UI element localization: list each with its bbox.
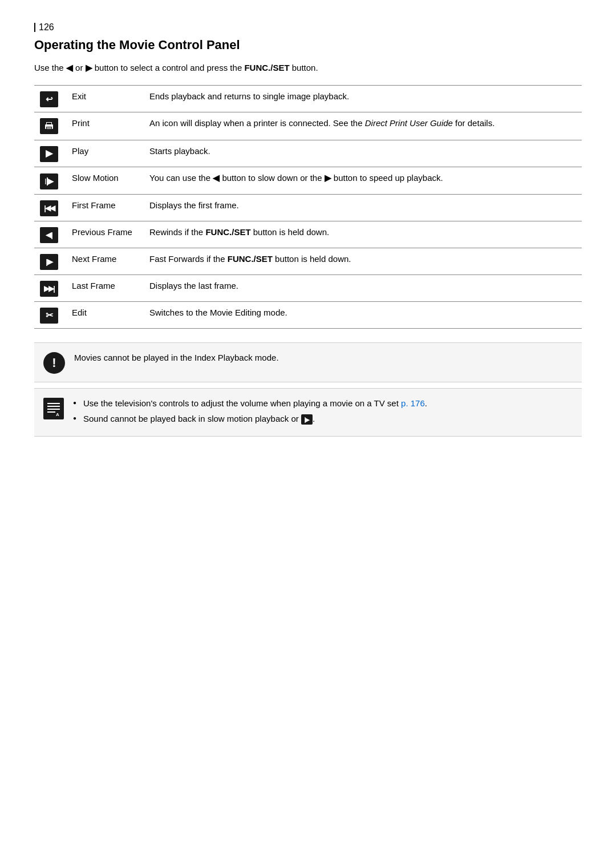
next-frame-icon: |▶ <box>40 254 58 270</box>
print-desc: An icon will display when a printer is c… <box>144 112 582 140</box>
table-row: ▶▶| Last Frame Displays the last frame. <box>34 274 582 301</box>
page-link-176[interactable]: p. 176 <box>401 398 425 408</box>
slow-bar-left: | <box>45 177 48 185</box>
edit-icon-cell: ✂ <box>34 302 64 329</box>
svg-text:A: A <box>56 412 59 417</box>
page-number: 126 <box>34 23 582 32</box>
slow-motion-inline-icon: |▶ <box>301 414 313 425</box>
table-row: |▶ Next Frame Fast Forwards if the FUNC.… <box>34 248 582 274</box>
info-note-content: Use the television's controls to adjust … <box>73 397 573 428</box>
svg-rect-2 <box>46 127 52 130</box>
edit-icon: ✂ <box>40 308 58 324</box>
last-frame-desc: Displays the last frame. <box>144 274 582 301</box>
table-row: Print An icon will display when a printe… <box>34 112 582 140</box>
func-set-next: FUNC./SET <box>228 254 273 264</box>
table-row: ▶ Play Starts playback. <box>34 140 582 167</box>
table-row: |◀◀ First Frame Displays the first frame… <box>34 194 582 221</box>
first-frame-icon-cell: |◀◀ <box>34 194 64 221</box>
previous-frame-desc: Rewinds if the FUNC./SET button is held … <box>144 221 582 248</box>
last-frame-name: Last Frame <box>64 274 144 301</box>
intro-paragraph: Use the ◀ or ▶ button to select a contro… <box>34 62 582 75</box>
print-name: Print <box>64 112 144 140</box>
first-frame-icon: |◀◀ <box>40 200 58 216</box>
exit-icon: ↩ <box>40 91 58 107</box>
info-note-box: A Use the television's controls to adjus… <box>34 388 582 437</box>
arrow-left-icon: ◀ <box>66 63 73 72</box>
table-row: ◀| Previous Frame Rewinds if the FUNC./S… <box>34 221 582 248</box>
printer-svg <box>44 121 54 131</box>
doc-svg: A <box>45 399 62 418</box>
arrow-right-icon: ▶ <box>86 63 92 72</box>
warning-note-text: Movies cannot be played in the Index Pla… <box>74 353 279 362</box>
slow-motion-name: Slow Motion <box>64 167 144 194</box>
previous-frame-icon: ◀| <box>40 227 58 243</box>
edit-desc: Switches to the Movie Editing mode. <box>144 302 582 329</box>
svg-rect-9 <box>47 409 60 410</box>
play-icon-cell: ▶ <box>34 140 64 167</box>
last-frame-icon-cell: ▶▶| <box>34 274 64 301</box>
warning-note-content: Movies cannot be played in the Index Pla… <box>74 351 573 364</box>
info-bullet-2: Sound cannot be played back in slow moti… <box>73 412 573 425</box>
direct-print-guide: Direct Print User Guide <box>365 118 453 128</box>
info-icon-wrap: A <box>43 398 64 419</box>
first-frame-desc: Displays the first frame. <box>144 194 582 221</box>
print-icon <box>40 118 58 134</box>
info-bullets: Use the television's controls to adjust … <box>73 397 573 426</box>
warning-note-box: ! Movies cannot be played in the Index P… <box>34 342 582 382</box>
slow-motion-desc: You can use the ◀ button to slow down or… <box>144 167 582 194</box>
info-doc-icon: A <box>43 398 64 419</box>
first-frame-name: First Frame <box>64 194 144 221</box>
page-title: Operating the Movie Control Panel <box>34 38 582 53</box>
next-frame-desc: Fast Forwards if the FUNC./SET button is… <box>144 248 582 274</box>
exit-desc: Ends playback and returns to single imag… <box>144 85 582 112</box>
warning-icon-wrap: ! <box>43 352 65 374</box>
svg-rect-4 <box>47 128 51 129</box>
print-icon-cell <box>34 112 64 140</box>
table-row: ↩ Exit Ends playback and returns to sing… <box>34 85 582 112</box>
slow-motion-icon-cell: |▶ <box>34 167 64 194</box>
info-bullet-1: Use the television's controls to adjust … <box>73 397 573 410</box>
table-row: ✂ Edit Switches to the Movie Editing mod… <box>34 302 582 329</box>
play-desc: Starts playback. <box>144 140 582 167</box>
svg-rect-3 <box>47 127 51 128</box>
next-frame-icon-cell: |▶ <box>34 248 64 274</box>
table-row: |▶ Slow Motion You can use the ◀ button … <box>34 167 582 194</box>
exit-name: Exit <box>64 85 144 112</box>
previous-frame-icon-cell: ◀| <box>34 221 64 248</box>
exit-icon-cell: ↩ <box>34 85 64 112</box>
func-set-text: FUNC./SET <box>244 63 289 72</box>
slow-motion-icon: |▶ <box>40 173 58 189</box>
svg-rect-10 <box>47 411 55 413</box>
svg-rect-5 <box>47 123 51 124</box>
arrow-right-sm: ▶ <box>325 173 331 183</box>
play-icon: ▶ <box>40 146 58 162</box>
next-frame-name: Next Frame <box>64 248 144 274</box>
func-set-prev: FUNC./SET <box>205 227 250 237</box>
edit-name: Edit <box>64 302 144 329</box>
play-name: Play <box>64 140 144 167</box>
control-panel-table: ↩ Exit Ends playback and returns to sing… <box>34 85 582 329</box>
svg-rect-7 <box>47 403 60 404</box>
last-frame-icon: ▶▶| <box>40 281 58 297</box>
previous-frame-name: Previous Frame <box>64 221 144 248</box>
svg-rect-8 <box>47 406 60 407</box>
warning-icon: ! <box>43 352 65 374</box>
arrow-left-sm: ◀ <box>213 173 220 183</box>
or-text: or <box>75 63 86 72</box>
